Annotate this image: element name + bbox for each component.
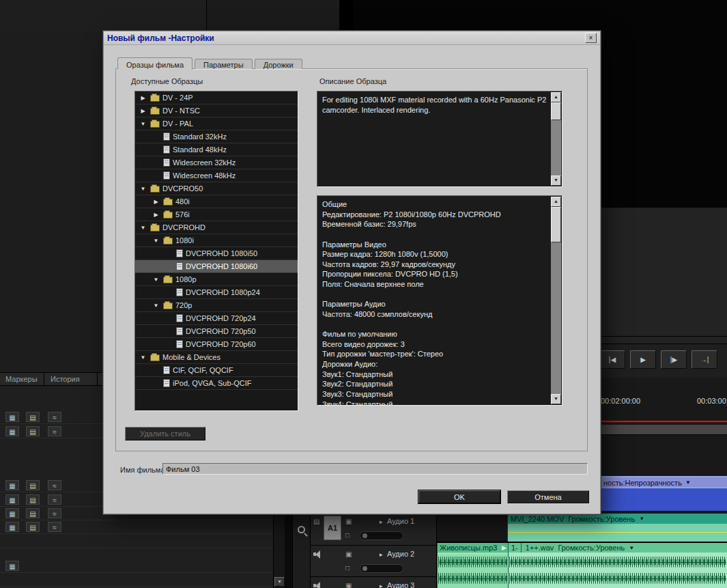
- dialog-tab[interactable]: Дорожки: [255, 59, 302, 69]
- clip-body[interactable]: [438, 552, 508, 588]
- dialog-titlebar[interactable]: Новый фильм -Настройки ×: [104, 31, 600, 45]
- clip-sequence-icon[interactable]: ▤: [26, 426, 40, 436]
- tree-item[interactable]: DV - NTSC: [135, 104, 298, 117]
- tree-item[interactable]: 720p: [135, 299, 298, 312]
- tree-twisty-icon[interactable]: [139, 225, 147, 231]
- volume-rubber-band[interactable]: [508, 532, 727, 533]
- track-lock-icon[interactable]: ▣: [345, 518, 352, 525]
- clip-body[interactable]: [508, 524, 727, 542]
- tree-item[interactable]: Standard 48kHz: [135, 143, 298, 156]
- clip-video-icon[interactable]: ▦: [5, 508, 19, 518]
- speaker-icon[interactable]: [313, 582, 322, 588]
- opacity-clip[interactable]: ность:Непрозрачность ▼: [601, 476, 727, 511]
- clip-audio-icon[interactable]: ≈: [48, 412, 61, 422]
- tree-twisty-icon[interactable]: [139, 121, 147, 127]
- tree-twisty-icon[interactable]: [152, 303, 160, 309]
- tree-twisty-icon[interactable]: [139, 108, 147, 114]
- tree-item[interactable]: DVCPROHD 720p60: [135, 338, 298, 351]
- clip-audio-icon[interactable]: ≈: [48, 480, 61, 490]
- tree-twisty-icon[interactable]: [152, 238, 160, 244]
- scroll-thumb[interactable]: [551, 207, 561, 242]
- clip-header[interactable]: 1- 1++.wav Громкость:Уровень ▼: [509, 543, 727, 552]
- tree-twisty-icon[interactable]: [139, 186, 147, 192]
- scrollbar[interactable]: ▲ ▼: [551, 197, 561, 404]
- tree-item[interactable]: DVCPROHD: [135, 221, 298, 234]
- tree-item[interactable]: DVCPRO50: [135, 182, 298, 195]
- tree-item[interactable]: 1080i: [135, 234, 298, 247]
- tree-twisty-icon[interactable]: [139, 354, 147, 361]
- tree-item[interactable]: DV - PAL: [135, 117, 298, 130]
- clip-body[interactable]: [601, 488, 727, 511]
- scroll-up-icon[interactable]: ▲: [551, 197, 561, 207]
- clip-audio-icon[interactable]: ≈: [48, 508, 61, 518]
- clip-header[interactable]: MVI_2240.MOV Громкость:Уровень ▼: [508, 514, 727, 524]
- track-expand-icon[interactable]: ▸: [380, 518, 383, 525]
- tree-twisty-icon[interactable]: [152, 212, 160, 218]
- track-lock-icon[interactable]: ▣: [345, 582, 352, 588]
- dropdown-icon[interactable]: ▼: [685, 479, 691, 486]
- clip-video-icon[interactable]: ▦: [5, 494, 19, 505]
- track-expand-icon[interactable]: ▸: [380, 551, 383, 558]
- clip-sequence-icon[interactable]: ▤: [26, 480, 40, 490]
- track-expand-icon[interactable]: ▸: [380, 583, 383, 588]
- clip-body[interactable]: [509, 552, 727, 588]
- tree-item[interactable]: DVCPROHD 1080i50: [135, 247, 298, 260]
- clip-video-icon[interactable]: ▦: [5, 412, 19, 422]
- clip-audio-icon[interactable]: ≈: [48, 522, 61, 532]
- scroll-down-icon[interactable]: ▼: [551, 394, 561, 404]
- scrollbar[interactable]: ▲ ▼: [551, 92, 561, 186]
- track-output-icon[interactable]: ▤: [313, 518, 319, 525]
- clip-video-icon[interactable]: ▦: [5, 426, 19, 436]
- tree-item[interactable]: DVCPROHD 720p24: [135, 312, 298, 325]
- clip-sequence-icon[interactable]: ▤: [26, 494, 40, 505]
- track-label-audio3[interactable]: Аудио 3: [387, 581, 414, 588]
- clip-effect-header[interactable]: ность:Непрозрачность ▼: [601, 477, 727, 488]
- clip-video-icon[interactable]: ▦: [5, 561, 19, 571]
- ok-button[interactable]: OK: [418, 490, 500, 503]
- scroll-down-icon[interactable]: ▼: [551, 176, 561, 186]
- tree-item[interactable]: DV - 24P: [135, 92, 298, 104]
- tree-item[interactable]: DVCPROHD 720p50: [135, 325, 298, 338]
- keyframe-toggle-icon[interactable]: □: [345, 531, 350, 539]
- cancel-button[interactable]: Отмена: [507, 490, 589, 503]
- tree-twisty-icon[interactable]: [152, 199, 160, 205]
- tree-item[interactable]: 1080p: [135, 273, 298, 286]
- tree-item[interactable]: CIF, QCIF, QQCIF: [135, 364, 298, 377]
- scroll-thumb[interactable]: [551, 102, 561, 120]
- audio-clip-wav[interactable]: 1- 1++.wav Громкость:Уровень ▼: [508, 543, 727, 588]
- track-volume-control[interactable]: [360, 531, 403, 540]
- speaker-icon[interactable]: [313, 550, 322, 558]
- tree-twisty-icon[interactable]: [152, 277, 160, 283]
- clip-sequence-icon[interactable]: ▤: [26, 522, 40, 532]
- movie-name-input[interactable]: [162, 463, 588, 475]
- transport-button[interactable]: →|: [692, 350, 717, 369]
- close-icon[interactable]: ×: [585, 33, 597, 43]
- timeline-ruler[interactable]: 00:02:00:00 00:03:00:0: [601, 392, 727, 410]
- video-clip-mvi[interactable]: MVI_2240.MOV Громкость:Уровень ▼: [507, 514, 727, 542]
- volume-rubber-band[interactable]: [509, 553, 727, 554]
- track-a1-badge[interactable]: A1: [324, 516, 341, 540]
- tree-item[interactable]: Standard 32kHz: [135, 130, 298, 143]
- clip-audio-icon[interactable]: ≈: [48, 426, 61, 436]
- dialog-tab[interactable]: Оразцы фильма: [117, 57, 193, 70]
- clip-audio-icon[interactable]: ≈: [48, 494, 61, 505]
- zoom-tool-icon[interactable]: [298, 526, 305, 533]
- track-label-audio1[interactable]: Аудио 1: [387, 517, 414, 525]
- dropdown-icon[interactable]: ▼: [639, 516, 644, 522]
- clip-video-icon[interactable]: ▦: [5, 522, 19, 532]
- transport-button[interactable]: ▶: [630, 350, 656, 369]
- work-area-bar[interactable]: [601, 421, 727, 423]
- clip-header[interactable]: Живописцы.mp3 ▶: [438, 543, 508, 552]
- tree-item[interactable]: Widescreen 48kHz: [135, 169, 298, 182]
- track-lock-icon[interactable]: ▣: [345, 550, 352, 558]
- delete-style-button[interactable]: Удалить стиль: [125, 427, 205, 440]
- volume-rubber-band[interactable]: [438, 553, 508, 554]
- audio-clip-mp3[interactable]: Живописцы.mp3 ▶: [437, 543, 508, 588]
- dropdown-icon[interactable]: ▼: [629, 545, 634, 551]
- transport-button[interactable]: |◀: [599, 350, 625, 369]
- clip-sequence-icon[interactable]: ▤: [26, 412, 40, 422]
- tree-item[interactable]: DVCPROHD 1080i60: [135, 260, 298, 273]
- clip-video-icon[interactable]: ▦: [5, 480, 19, 490]
- tree-item[interactable]: 576i: [135, 208, 298, 221]
- track-volume-control[interactable]: [360, 564, 403, 573]
